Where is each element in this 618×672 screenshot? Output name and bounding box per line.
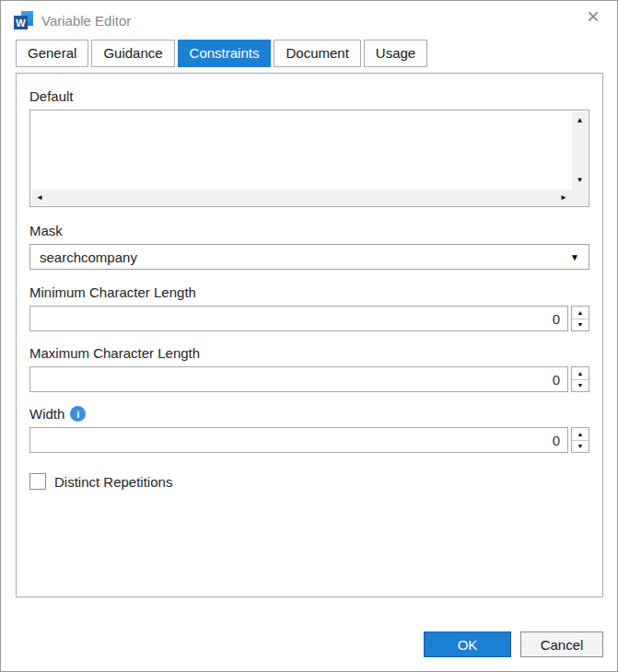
spinner-down-icon[interactable]: ▼ bbox=[572, 441, 589, 453]
min-length-input[interactable] bbox=[29, 306, 568, 331]
title-bar: W Variable Editor × bbox=[1, 1, 617, 40]
max-length-label: Maximum Character Length bbox=[29, 345, 589, 361]
mask-dropdown-value: searchcompany bbox=[40, 249, 570, 265]
spinner-down-icon[interactable]: ▼ bbox=[572, 380, 589, 392]
spinner-down-icon[interactable]: ▼ bbox=[572, 319, 589, 331]
default-textbox[interactable]: ▲ ▼ ◄ ► bbox=[29, 110, 589, 207]
scroll-left-icon[interactable]: ◄ bbox=[36, 193, 43, 202]
width-label: Width i bbox=[29, 406, 589, 422]
horizontal-scrollbar[interactable]: ◄ ► bbox=[31, 190, 572, 205]
tab-constraints[interactable]: Constraints bbox=[178, 40, 272, 67]
width-spinner: ▲ ▼ bbox=[571, 427, 589, 453]
info-icon[interactable]: i bbox=[70, 406, 86, 422]
mask-label: Mask bbox=[29, 223, 589, 238]
constraints-tab-panel: Default ▲ ▼ ◄ ► Mask searchcompany ▼ Min… bbox=[16, 73, 603, 597]
min-length-spinner: ▲ ▼ bbox=[571, 306, 589, 331]
scroll-up-icon[interactable]: ▲ bbox=[577, 114, 584, 127]
tab-guidance[interactable]: Guidance bbox=[91, 40, 174, 67]
chevron-down-icon[interactable]: ▼ bbox=[570, 252, 579, 262]
distinct-repetitions-checkbox[interactable] bbox=[29, 473, 46, 490]
max-length-spinner: ▲ ▼ bbox=[571, 366, 589, 392]
vertical-scrollbar[interactable]: ▲ ▼ bbox=[572, 111, 588, 205]
cancel-button[interactable]: Cancel bbox=[520, 631, 603, 657]
word-icon-letter: W bbox=[14, 16, 28, 29]
tab-strip: General Guidance Constraints Document Us… bbox=[1, 40, 617, 67]
footer-buttons: OK Cancel bbox=[424, 631, 603, 657]
spinner-up-icon[interactable]: ▲ bbox=[572, 307, 589, 319]
default-label: Default bbox=[29, 88, 589, 104]
spinner-up-icon[interactable]: ▲ bbox=[572, 367, 589, 380]
distinct-repetitions-row: Distinct Repetitions bbox=[29, 473, 589, 490]
tab-usage[interactable]: Usage bbox=[364, 40, 427, 67]
width-label-text: Width bbox=[29, 406, 64, 422]
min-length-row: ▲ ▼ bbox=[29, 306, 589, 331]
ok-button[interactable]: OK bbox=[424, 631, 511, 657]
default-text-area[interactable] bbox=[31, 111, 571, 189]
max-length-input[interactable] bbox=[29, 366, 568, 392]
width-input[interactable] bbox=[29, 427, 568, 453]
tab-general[interactable]: General bbox=[16, 40, 88, 67]
word-app-icon: W bbox=[14, 11, 33, 29]
close-icon[interactable]: × bbox=[580, 7, 606, 33]
variable-editor-dialog: W Variable Editor × General Guidance Con… bbox=[0, 0, 618, 672]
scroll-down-icon[interactable]: ▼ bbox=[577, 174, 584, 187]
max-length-row: ▲ ▼ bbox=[29, 366, 589, 392]
window-title: Variable Editor bbox=[41, 13, 131, 29]
scroll-right-icon[interactable]: ► bbox=[560, 193, 567, 202]
tab-document[interactable]: Document bbox=[274, 40, 360, 67]
min-length-label: Minimum Character Length bbox=[29, 284, 589, 300]
spinner-up-icon[interactable]: ▲ bbox=[572, 428, 589, 441]
distinct-repetitions-label: Distinct Repetitions bbox=[54, 474, 172, 490]
mask-dropdown[interactable]: searchcompany ▼ bbox=[29, 244, 589, 270]
width-row: ▲ ▼ bbox=[29, 427, 589, 453]
